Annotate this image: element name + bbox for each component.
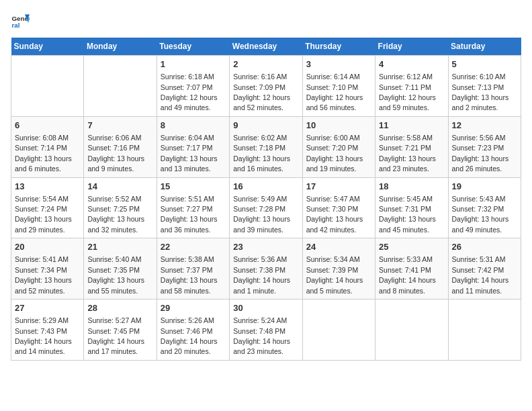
day-info: Sunrise: 5:47 AM Sunset: 7:30 PM Dayligh… [306, 195, 363, 234]
day-number: 21 [87, 241, 152, 253]
day-number: 19 [452, 181, 517, 193]
calendar-week-1: 6Sunrise: 6:08 AM Sunset: 7:14 PM Daylig… [11, 116, 521, 177]
page-header: Gene ral [11, 11, 521, 30]
calendar-week-3: 20Sunrise: 5:41 AM Sunset: 7:34 PM Dayli… [11, 238, 521, 300]
day-number: 24 [306, 241, 371, 253]
calendar-cell: 2Sunrise: 6:16 AM Sunset: 7:09 PM Daylig… [230, 56, 302, 117]
header-day-monday: Monday [84, 38, 157, 56]
day-number: 28 [87, 302, 152, 314]
day-info: Sunrise: 5:31 AM Sunset: 7:42 PM Dayligh… [452, 255, 509, 294]
calendar-cell: 16Sunrise: 5:49 AM Sunset: 7:28 PM Dayli… [230, 177, 302, 238]
day-info: Sunrise: 5:38 AM Sunset: 7:37 PM Dayligh… [161, 255, 218, 294]
calendar-cell: 9Sunrise: 6:02 AM Sunset: 7:18 PM Daylig… [230, 116, 302, 177]
day-number: 4 [379, 58, 444, 71]
day-info: Sunrise: 5:43 AM Sunset: 7:32 PM Dayligh… [452, 195, 509, 234]
calendar-week-0: 1Sunrise: 6:18 AM Sunset: 7:07 PM Daylig… [11, 56, 521, 117]
day-number: 27 [15, 302, 80, 314]
day-number: 3 [306, 58, 371, 71]
header-day-friday: Friday [375, 38, 448, 56]
calendar-cell [375, 300, 448, 361]
day-info: Sunrise: 5:36 AM Sunset: 7:38 PM Dayligh… [233, 255, 290, 294]
calendar-cell: 1Sunrise: 6:18 AM Sunset: 7:07 PM Daylig… [157, 56, 229, 117]
calendar-cell: 23Sunrise: 5:36 AM Sunset: 7:38 PM Dayli… [230, 238, 302, 300]
day-info: Sunrise: 5:52 AM Sunset: 7:25 PM Dayligh… [87, 195, 144, 234]
day-number: 15 [161, 181, 226, 193]
calendar-cell [448, 300, 521, 361]
day-info: Sunrise: 5:27 AM Sunset: 7:45 PM Dayligh… [87, 316, 144, 355]
day-number: 7 [87, 120, 152, 132]
day-info: Sunrise: 5:40 AM Sunset: 7:35 PM Dayligh… [87, 255, 144, 294]
calendar-cell: 14Sunrise: 5:52 AM Sunset: 7:25 PM Dayli… [84, 177, 157, 238]
logo: Gene ral [11, 11, 32, 30]
logo-icon: Gene ral [11, 11, 30, 30]
calendar-cell: 20Sunrise: 5:41 AM Sunset: 7:34 PM Dayli… [11, 238, 84, 300]
calendar-cell: 18Sunrise: 5:45 AM Sunset: 7:31 PM Dayli… [375, 177, 448, 238]
header-day-thursday: Thursday [302, 38, 375, 56]
day-info: Sunrise: 6:04 AM Sunset: 7:17 PM Dayligh… [161, 134, 218, 173]
header-day-saturday: Saturday [448, 38, 521, 56]
day-number: 9 [233, 120, 298, 132]
day-info: Sunrise: 6:00 AM Sunset: 7:20 PM Dayligh… [306, 134, 363, 173]
day-number: 8 [161, 120, 226, 132]
calendar-cell: 22Sunrise: 5:38 AM Sunset: 7:37 PM Dayli… [157, 238, 229, 300]
day-number: 25 [379, 241, 444, 253]
day-number: 17 [306, 181, 371, 193]
calendar-cell: 5Sunrise: 6:10 AM Sunset: 7:13 PM Daylig… [448, 56, 521, 117]
day-info: Sunrise: 6:08 AM Sunset: 7:14 PM Dayligh… [15, 134, 72, 173]
calendar-cell: 27Sunrise: 5:29 AM Sunset: 7:43 PM Dayli… [11, 300, 84, 361]
day-info: Sunrise: 5:49 AM Sunset: 7:28 PM Dayligh… [233, 195, 290, 234]
day-info: Sunrise: 5:45 AM Sunset: 7:31 PM Dayligh… [379, 195, 436, 234]
header-row: SundayMondayTuesdayWednesdayThursdayFrid… [11, 38, 521, 56]
day-number: 6 [15, 120, 80, 132]
day-info: Sunrise: 6:02 AM Sunset: 7:18 PM Dayligh… [233, 134, 290, 173]
day-info: Sunrise: 5:54 AM Sunset: 7:24 PM Dayligh… [15, 195, 72, 234]
day-info: Sunrise: 5:24 AM Sunset: 7:48 PM Dayligh… [233, 316, 290, 355]
day-info: Sunrise: 6:12 AM Sunset: 7:11 PM Dayligh… [379, 73, 436, 111]
day-number: 14 [87, 181, 152, 193]
header-day-tuesday: Tuesday [157, 38, 229, 56]
calendar-cell: 24Sunrise: 5:34 AM Sunset: 7:39 PM Dayli… [302, 238, 375, 300]
day-info: Sunrise: 6:18 AM Sunset: 7:07 PM Dayligh… [161, 73, 218, 111]
calendar-cell: 29Sunrise: 5:26 AM Sunset: 7:46 PM Dayli… [157, 300, 229, 361]
calendar-cell: 7Sunrise: 6:06 AM Sunset: 7:16 PM Daylig… [84, 116, 157, 177]
header-day-sunday: Sunday [11, 38, 84, 56]
day-number: 22 [161, 241, 226, 253]
calendar-cell: 3Sunrise: 6:14 AM Sunset: 7:10 PM Daylig… [302, 56, 375, 117]
day-number: 26 [452, 241, 517, 253]
day-number: 1 [161, 58, 226, 71]
calendar-cell: 28Sunrise: 5:27 AM Sunset: 7:45 PM Dayli… [84, 300, 157, 361]
day-number: 23 [233, 241, 298, 253]
calendar-cell: 17Sunrise: 5:47 AM Sunset: 7:30 PM Dayli… [302, 177, 375, 238]
day-info: Sunrise: 5:29 AM Sunset: 7:43 PM Dayligh… [15, 316, 72, 355]
calendar-cell: 15Sunrise: 5:51 AM Sunset: 7:27 PM Dayli… [157, 177, 229, 238]
calendar-cell [11, 56, 84, 117]
day-number: 11 [379, 120, 444, 132]
calendar-cell: 21Sunrise: 5:40 AM Sunset: 7:35 PM Dayli… [84, 238, 157, 300]
calendar-header: SundayMondayTuesdayWednesdayThursdayFrid… [11, 38, 521, 56]
day-info: Sunrise: 5:56 AM Sunset: 7:23 PM Dayligh… [452, 134, 509, 173]
day-info: Sunrise: 6:10 AM Sunset: 7:13 PM Dayligh… [452, 73, 509, 111]
day-number: 30 [233, 302, 298, 314]
day-info: Sunrise: 6:16 AM Sunset: 7:09 PM Dayligh… [233, 73, 290, 111]
calendar-cell: 4Sunrise: 6:12 AM Sunset: 7:11 PM Daylig… [375, 56, 448, 117]
calendar-cell: 13Sunrise: 5:54 AM Sunset: 7:24 PM Dayli… [11, 177, 84, 238]
calendar-cell: 30Sunrise: 5:24 AM Sunset: 7:48 PM Dayli… [230, 300, 302, 361]
calendar-cell: 19Sunrise: 5:43 AM Sunset: 7:32 PM Dayli… [448, 177, 521, 238]
svg-text:ral: ral [11, 21, 19, 29]
day-number: 20 [15, 241, 80, 253]
calendar-body: 1Sunrise: 6:18 AM Sunset: 7:07 PM Daylig… [11, 56, 521, 361]
calendar-cell: 26Sunrise: 5:31 AM Sunset: 7:42 PM Dayli… [448, 238, 521, 300]
calendar-cell: 12Sunrise: 5:56 AM Sunset: 7:23 PM Dayli… [448, 116, 521, 177]
day-info: Sunrise: 5:51 AM Sunset: 7:27 PM Dayligh… [161, 195, 218, 234]
day-info: Sunrise: 5:26 AM Sunset: 7:46 PM Dayligh… [161, 316, 218, 355]
calendar-cell: 6Sunrise: 6:08 AM Sunset: 7:14 PM Daylig… [11, 116, 84, 177]
calendar-cell: 8Sunrise: 6:04 AM Sunset: 7:17 PM Daylig… [157, 116, 229, 177]
header-day-wednesday: Wednesday [230, 38, 302, 56]
calendar-week-2: 13Sunrise: 5:54 AM Sunset: 7:24 PM Dayli… [11, 177, 521, 238]
day-info: Sunrise: 6:14 AM Sunset: 7:10 PM Dayligh… [306, 73, 363, 111]
calendar-table: SundayMondayTuesdayWednesdayThursdayFrid… [11, 38, 521, 361]
calendar-cell: 10Sunrise: 6:00 AM Sunset: 7:20 PM Dayli… [302, 116, 375, 177]
day-number: 29 [161, 302, 226, 314]
day-number: 12 [452, 120, 517, 132]
calendar-cell [84, 56, 157, 117]
